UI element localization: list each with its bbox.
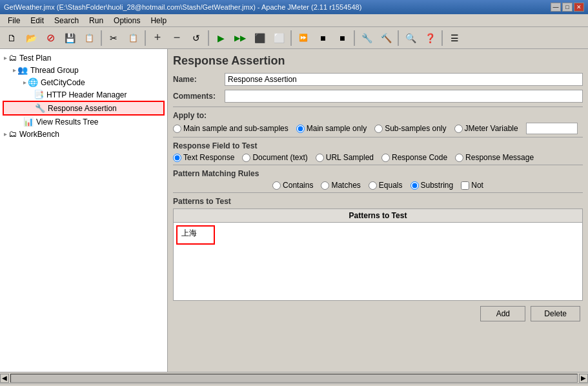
substring-radio[interactable] — [411, 181, 419, 190]
view-results-icon: 📊 — [23, 117, 34, 127]
tree-item-thread-group[interactable]: ▸ 👥 Thread Group — [3, 64, 165, 76]
separator-7 — [441, 30, 443, 46]
apply-sub-only[interactable]: Sub-samples only — [374, 124, 446, 133]
apply-main-sub[interactable]: Main sample and sub-samples — [173, 124, 289, 133]
separator-4 — [290, 30, 292, 46]
remote-stop-button[interactable]: ⏹ — [314, 29, 332, 47]
copy-button[interactable]: 📋 — [124, 29, 142, 47]
minimize-btn[interactable]: — — [551, 3, 561, 12]
menu-file[interactable]: File — [3, 15, 25, 26]
substring-item[interactable]: Substring — [411, 181, 454, 190]
document-text-item[interactable]: Document (text) — [242, 153, 307, 162]
tree-item-http-header-manager[interactable]: 📑 HTTP Header Manager — [3, 88, 165, 101]
response-code-radio[interactable] — [381, 154, 390, 162]
search-toolbar-button[interactable]: 🔍 — [401, 29, 420, 47]
pattern-cell[interactable]: 上海 — [176, 225, 215, 245]
separator-5 — [354, 30, 355, 46]
url-sampled-radio[interactable] — [316, 154, 324, 162]
apply-jmeter-var[interactable]: JMeter Variable — [454, 124, 518, 133]
text-response-item[interactable]: Text Response — [173, 153, 234, 162]
remote-start-button[interactable]: ⏩ — [294, 29, 312, 47]
close-window-btn[interactable]: ✕ — [574, 3, 584, 12]
scroll-track[interactable] — [10, 374, 578, 383]
pattern-matching-label: Pattern Matching Rules — [173, 169, 583, 178]
tree-item-response-assertion[interactable]: 🔧 Response Assertion — [3, 101, 165, 116]
stop-all-button[interactable]: ⬜ — [270, 29, 288, 47]
menu-help[interactable]: Help — [145, 15, 172, 26]
response-message-radio[interactable] — [455, 154, 463, 162]
tree-item-get-city-code[interactable]: ▸ 🌐 GetCityCode — [3, 76, 165, 88]
panel-title: Response Assertion — [173, 54, 583, 68]
menu-toolbar-button[interactable]: ☰ — [445, 29, 463, 47]
run-button[interactable]: ▶ — [212, 29, 230, 47]
help-button[interactable]: ❓ — [421, 29, 439, 47]
name-input[interactable] — [225, 73, 583, 86]
separator-2 — [145, 30, 146, 46]
delete-button[interactable]: Delete — [531, 306, 580, 321]
tool2-button[interactable]: 🔨 — [377, 29, 395, 47]
save-as-button[interactable]: 📋 — [80, 29, 98, 47]
response-assertion-icon: 🔧 — [35, 103, 45, 113]
tree-label-view-results: View Results Tree — [36, 117, 99, 127]
equals-item[interactable]: Equals — [369, 181, 403, 190]
status-bar — [0, 383, 588, 386]
separator-2 — [173, 137, 583, 137]
revert-button[interactable]: ⊘ — [41, 29, 59, 47]
menu-search[interactable]: Search — [49, 15, 84, 26]
apply-jmeter-var-radio[interactable] — [454, 125, 463, 133]
tree-connector-2: ▸ — [13, 66, 16, 74]
apply-to-group: Main sample and sub-samples Main sample … — [173, 123, 583, 134]
tree-item-test-plan[interactable]: ▸ 🗂 Test Plan — [3, 52, 165, 64]
tree-item-workbench[interactable]: ▸ 🗂 WorkBench — [3, 128, 165, 140]
scroll-right-btn[interactable]: ▶ — [579, 374, 588, 383]
text-response-radio[interactable] — [173, 154, 181, 162]
equals-radio[interactable] — [369, 181, 377, 190]
stop-button[interactable]: ⬛ — [250, 29, 269, 47]
matches-label: Matches — [331, 181, 360, 190]
add-node-button[interactable]: + — [148, 29, 167, 47]
cut-button[interactable]: ✂ — [105, 29, 123, 47]
menu-edit[interactable]: Edit — [25, 15, 49, 26]
save-button[interactable]: 💾 — [61, 29, 79, 47]
not-checkbox[interactable] — [461, 181, 469, 190]
comments-input[interactable] — [225, 90, 583, 103]
apply-main-sub-radio[interactable] — [173, 125, 181, 133]
maximize-btn[interactable]: □ — [562, 3, 573, 12]
patterns-table: Patterns to Test 上海 — [173, 208, 583, 301]
pattern-match-group: Contains Matches Equals Substring Not — [173, 181, 583, 190]
contains-item[interactable]: Contains — [272, 181, 313, 190]
matches-item[interactable]: Matches — [321, 181, 360, 190]
new-button[interactable]: 🗋 — [3, 29, 21, 47]
get-city-code-icon: 🌐 — [28, 77, 38, 87]
separator-4 — [173, 192, 583, 193]
remote-stop2-button[interactable]: ⏹ — [333, 29, 351, 47]
substring-label: Substring — [421, 181, 454, 190]
tool1-button[interactable]: 🔧 — [358, 29, 376, 47]
tree-item-view-results-tree[interactable]: 📊 View Results Tree — [3, 116, 165, 128]
assertion-panel: Response Assertion Name: Comments: Apply… — [173, 54, 583, 321]
add-button[interactable]: Add — [480, 306, 525, 321]
thread-group-icon: 👥 — [17, 65, 28, 75]
scroll-left-btn[interactable]: ◀ — [0, 374, 9, 383]
response-code-item[interactable]: Response Code — [381, 153, 447, 162]
document-text-radio[interactable] — [242, 154, 250, 162]
clear-button[interactable]: ↺ — [187, 29, 205, 47]
separator-1 — [173, 107, 583, 107]
menu-options[interactable]: Options — [108, 15, 145, 26]
response-code-label: Response Code — [392, 153, 447, 162]
apply-to-label: Apply to: — [173, 111, 583, 120]
response-message-item[interactable]: Response Message — [455, 153, 534, 162]
apply-main-only-radio[interactable] — [296, 125, 305, 133]
apply-main-only[interactable]: Main sample only — [296, 124, 367, 133]
tree-label-http-header: HTTP Header Manager — [46, 90, 127, 99]
run-all-button[interactable]: ▶▶ — [231, 29, 249, 47]
menu-run[interactable]: Run — [84, 15, 108, 26]
url-sampled-item[interactable]: URL Sampled — [316, 153, 374, 162]
matches-radio[interactable] — [321, 181, 329, 190]
contains-radio[interactable] — [272, 181, 281, 190]
open-button[interactable]: 📂 — [22, 29, 40, 47]
jmeter-var-input[interactable] — [526, 123, 578, 134]
not-item[interactable]: Not — [461, 181, 483, 190]
remove-node-button[interactable]: − — [168, 29, 186, 47]
apply-sub-only-radio[interactable] — [374, 125, 383, 133]
